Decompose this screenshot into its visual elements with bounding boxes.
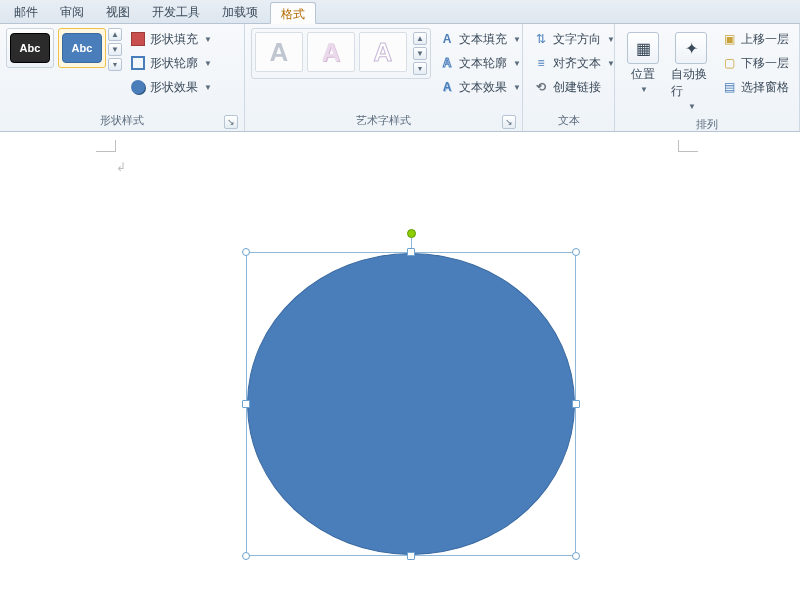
chevron-down-icon: ▼: [204, 59, 212, 68]
group-wordart-styles: A A A ▲ ▼ ▾ A 文本填充 ▼ A 文本轮廓 ▼: [245, 24, 523, 131]
resize-handle-br[interactable]: [572, 552, 580, 560]
position-icon: ▦: [627, 32, 659, 64]
group-arrange-label: 排列: [696, 118, 718, 130]
rotate-handle[interactable]: [407, 229, 416, 238]
chevron-down-icon: ▼: [513, 59, 521, 68]
tab-view[interactable]: 视图: [96, 1, 140, 23]
paragraph-mark: ↲: [116, 160, 126, 174]
text-direction-button[interactable]: ⇅ 文字方向 ▼: [529, 28, 619, 50]
shape-style-swatch-dark[interactable]: Abc: [6, 28, 54, 68]
chevron-down-icon: ▼: [607, 59, 615, 68]
tab-review[interactable]: 审阅: [50, 1, 94, 23]
ribbon: Abc Abc ▲ ▼ ▾ 形状填充 ▼ 形状: [0, 24, 800, 132]
gallery-up-icon[interactable]: ▲: [413, 32, 427, 45]
shape-fill-button[interactable]: 形状填充 ▼: [126, 28, 216, 50]
resize-handle-bl[interactable]: [242, 552, 250, 560]
align-text-button[interactable]: ≡ 对齐文本 ▼: [529, 52, 619, 74]
resize-handle-r[interactable]: [572, 400, 580, 408]
position-button[interactable]: ▦ 位置 ▼: [621, 28, 665, 98]
swatch-text: Abc: [62, 33, 102, 63]
gallery-scroll: ▲ ▼ ▾: [108, 28, 122, 71]
shape-fill-label: 形状填充: [150, 31, 198, 48]
text-fill-label: 文本填充: [459, 31, 507, 48]
tab-devtools[interactable]: 开发工具: [142, 1, 210, 23]
align-text-icon: ≡: [533, 55, 549, 71]
send-backward-icon: ▢: [721, 55, 737, 71]
group-shape-styles: Abc Abc ▲ ▼ ▾ 形状填充 ▼ 形状: [0, 24, 245, 131]
resize-handle-l[interactable]: [242, 400, 250, 408]
dialog-launcher-icon[interactable]: ↘: [224, 115, 238, 129]
wrap-text-label: 自动换行: [671, 66, 711, 100]
wordart-preset[interactable]: A: [359, 32, 407, 72]
gallery-up-icon[interactable]: ▲: [108, 28, 122, 41]
chevron-down-icon: ▼: [204, 35, 212, 44]
text-fill-button[interactable]: A 文本填充 ▼: [435, 28, 525, 50]
text-direction-label: 文字方向: [553, 31, 601, 48]
selection-pane-label: 选择窗格: [741, 79, 789, 96]
pen-icon: [130, 55, 146, 71]
wordart-gallery[interactable]: A A A ▲ ▼ ▾: [251, 28, 431, 79]
shape-ellipse[interactable]: [247, 253, 575, 555]
chevron-down-icon: ▼: [607, 35, 615, 44]
resize-handle-tl[interactable]: [242, 248, 250, 256]
bring-forward-label: 上移一层: [741, 31, 789, 48]
text-outline-button[interactable]: A 文本轮廓 ▼: [435, 52, 525, 74]
create-link-label: 创建链接: [553, 79, 601, 96]
swatch-text: Abc: [10, 33, 50, 63]
selection-pane-button[interactable]: ▤ 选择窗格: [717, 76, 793, 98]
group-arrange: ▦ 位置 ▼ ✦ 自动换行 ▼ ▣ 上移一层 ▢ 下移一层 ▤: [615, 24, 800, 131]
dialog-launcher-icon[interactable]: ↘: [502, 115, 516, 129]
text-fill-icon: A: [439, 31, 455, 47]
shape-outline-label: 形状轮廓: [150, 55, 198, 72]
wordart-preset[interactable]: A: [255, 32, 303, 72]
gallery-more-icon[interactable]: ▾: [108, 58, 122, 71]
chevron-down-icon: ▼: [204, 83, 212, 92]
group-shape-styles-label: 形状样式: [100, 114, 144, 126]
chevron-down-icon: ▼: [688, 102, 696, 111]
text-outline-icon: A: [439, 55, 455, 71]
effects-icon: [130, 79, 146, 95]
bring-forward-icon: ▣: [721, 31, 737, 47]
shape-effects-button[interactable]: 形状效果 ▼: [126, 76, 216, 98]
gallery-more-icon[interactable]: ▾: [413, 62, 427, 75]
group-text-label: 文本: [558, 114, 580, 126]
text-effects-label: 文本效果: [459, 79, 507, 96]
group-text: ⇅ 文字方向 ▼ ≡ 对齐文本 ▼ ⟲ 创建链接 文本: [523, 24, 615, 131]
send-backward-button[interactable]: ▢ 下移一层: [717, 52, 793, 74]
gallery-down-icon[interactable]: ▼: [413, 47, 427, 60]
resize-handle-t[interactable]: [407, 248, 415, 256]
create-link-button[interactable]: ⟲ 创建链接: [529, 76, 619, 98]
tab-mail[interactable]: 邮件: [4, 1, 48, 23]
shape-style-swatch-blue[interactable]: Abc: [58, 28, 106, 68]
bucket-icon: [130, 31, 146, 47]
gallery-down-icon[interactable]: ▼: [108, 43, 122, 56]
resize-handle-b[interactable]: [407, 552, 415, 560]
tab-addins[interactable]: 加载项: [212, 1, 268, 23]
bring-forward-button[interactable]: ▣ 上移一层: [717, 28, 793, 50]
send-backward-label: 下移一层: [741, 55, 789, 72]
chevron-down-icon: ▼: [513, 35, 521, 44]
group-wordart-label: 艺术字样式: [356, 114, 411, 126]
position-label: 位置: [631, 66, 655, 83]
selection-pane-icon: ▤: [721, 79, 737, 95]
document-canvas[interactable]: ↲: [0, 132, 800, 600]
chevron-down-icon: ▼: [513, 83, 521, 92]
shape-effects-label: 形状效果: [150, 79, 198, 96]
margin-guide-left: [96, 140, 116, 152]
shape-selection-box[interactable]: [246, 252, 576, 556]
text-effects-icon: A: [439, 79, 455, 95]
wordart-preset[interactable]: A: [307, 32, 355, 72]
chevron-down-icon: ▼: [640, 85, 648, 94]
resize-handle-tr[interactable]: [572, 248, 580, 256]
wrap-text-button[interactable]: ✦ 自动换行 ▼: [669, 28, 713, 115]
text-effects-button[interactable]: A 文本效果 ▼: [435, 76, 525, 98]
text-direction-icon: ⇅: [533, 31, 549, 47]
link-icon: ⟲: [533, 79, 549, 95]
margin-guide-right: [678, 140, 698, 152]
wrap-text-icon: ✦: [675, 32, 707, 64]
text-outline-label: 文本轮廓: [459, 55, 507, 72]
shape-outline-button[interactable]: 形状轮廓 ▼: [126, 52, 216, 74]
ribbon-tabstrip: 邮件 审阅 视图 开发工具 加载项 格式: [0, 0, 800, 24]
tab-format[interactable]: 格式: [270, 2, 316, 24]
align-text-label: 对齐文本: [553, 55, 601, 72]
